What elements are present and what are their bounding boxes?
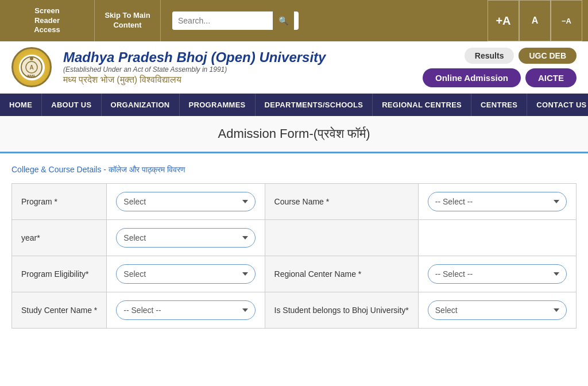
page-title: Admission Form-(प्रवेश फॉर्म) [11,126,577,141]
university-logo: A NAAL [11,47,52,87]
table-row: Program Eligibility* Select Regional Cen… [12,256,577,292]
program-select[interactable]: Select [116,192,255,211]
nav-centres[interactable]: CENTRES [471,94,527,116]
course-name-input-cell: -- Select -- [418,184,576,220]
year-label: year* [12,220,107,256]
header: A NAAL Madhya Pradesh Bhoj (Open) Univer… [0,41,588,94]
screen-reader-button[interactable]: ScreenReaderAccess [0,0,95,41]
bhoj-student-input-cell: Select [418,292,576,329]
skip-to-main-button[interactable]: Skip To MainContent [95,0,161,41]
header-top-buttons: Results UGC DEB [465,48,577,64]
year-input-cell: Select [107,220,265,256]
ugc-deb-button[interactable]: UGC DEB [519,48,577,64]
page-title-area: Admission Form-(प्रवेश फॉर्म) [0,116,588,153]
table-row: year* Select [12,220,577,256]
section-heading: College & Course Details - कॉलेज और पाठ्… [11,165,577,175]
nav-regional-centres[interactable]: REGIONAL CENTRES [373,94,471,116]
regional-center-label: Regional Center Name * [265,256,418,292]
study-center-input-cell: -- Select -- [107,292,265,329]
program-input-cell: Select [107,184,265,220]
study-center-label: Study Center Name * [12,292,107,329]
program-eligibility-label: Program Eligibility* [12,256,107,292]
program-eligibility-select[interactable]: Select [116,264,255,284]
regional-center-select[interactable]: -- Select -- [428,264,567,284]
font-controls: +A A −A [488,0,582,41]
form-section: College & Course Details - कॉलेज और पाठ्… [0,153,588,334]
course-name-select[interactable]: -- Select -- [428,192,567,211]
university-title: Madhya Pradesh Bhoj (Open) University [63,49,326,65]
university-established: (Established Under an Act of State Assem… [63,65,326,74]
nav-departments[interactable]: DEPARTMENTS/SCHOOLS [256,94,373,116]
search-area: 🔍 [161,11,488,30]
navigation-bar: HOME ABOUT US ORGANIZATION PROGRAMMES DE… [0,94,588,116]
university-name-block: Madhya Pradesh Bhoj (Open) University (E… [63,49,326,85]
regional-center-input-cell: -- Select -- [418,256,576,292]
font-increase-button[interactable]: +A [488,0,519,41]
table-row: Program * Select Course Name * -- Select… [12,184,577,220]
nav-programmes[interactable]: PROGRAMMES [180,94,256,116]
form-table: Program * Select Course Name * -- Select… [11,183,577,329]
online-admission-button[interactable]: Online Admission [423,68,521,87]
program-label: Program * [12,184,107,220]
nav-home[interactable]: HOME [0,94,42,116]
nav-about-us[interactable]: ABOUT US [42,94,101,116]
font-decrease-button[interactable]: −A [551,0,582,41]
svg-text:NAAL: NAAL [28,74,36,78]
logo-area: A NAAL [11,47,52,87]
empty-label [265,220,418,256]
search-input[interactable] [172,11,273,30]
university-hindi-name: मध्य प्रदेश भोज (मुक्त) विश्वविद्यालय [63,75,326,85]
course-name-label: Course Name * [265,184,418,220]
bhoj-student-label: Is Student belongs to Bhoj University* [265,292,418,329]
search-button[interactable]: 🔍 [273,11,294,30]
svg-point-3 [30,57,33,60]
header-buttons: Results UGC DEB Online Admission AICTE [423,48,577,87]
svg-text:A: A [29,64,33,71]
skip-main-label: Skip To MainContent [105,11,150,29]
results-button[interactable]: Results [465,48,514,64]
study-center-select[interactable]: -- Select -- [116,300,255,320]
bhoj-student-select[interactable]: Select [428,300,567,320]
program-eligibility-input-cell: Select [107,256,265,292]
empty-input-cell [418,220,576,256]
aicte-button[interactable]: AICTE [525,68,577,87]
screen-reader-label: ScreenReaderAccess [34,6,60,34]
font-normal-button[interactable]: A [519,0,551,41]
search-wrap: 🔍 [172,11,299,30]
access-bar: ScreenReaderAccess Skip To MainContent 🔍… [0,0,588,41]
nav-organization[interactable]: ORGANIZATION [102,94,180,116]
table-row: Study Center Name * -- Select -- Is Stud… [12,292,577,329]
year-select[interactable]: Select [116,228,255,248]
nav-contact-us[interactable]: CONTACT US [527,94,588,116]
header-bottom-buttons: Online Admission AICTE [423,68,577,87]
